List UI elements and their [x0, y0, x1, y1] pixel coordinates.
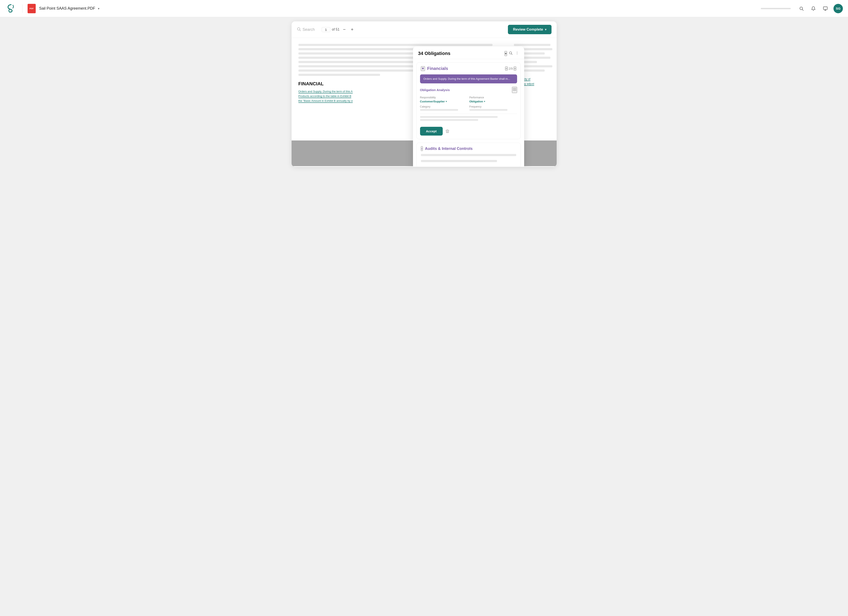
navbar: Sail Point SAAS Agreement.PDF ▾ S [0, 0, 848, 17]
nav-actions: SG [798, 4, 843, 13]
avatar-initials: SG [836, 7, 841, 10]
app-logo[interactable] [5, 3, 17, 15]
main-content: Search 1 of 51 − + Review Complete ▾ [0, 17, 848, 616]
review-complete-chevron-icon: ▾ [545, 28, 546, 31]
audits-placeholder-1 [421, 154, 516, 156]
analysis-field-category: Category [420, 105, 468, 111]
financials-page-text: 2/9 [509, 67, 513, 70]
review-complete-button[interactable]: Review Complete ▾ [508, 25, 551, 34]
extra-placeholder-1 [420, 116, 498, 118]
financials-next-button[interactable]: > [514, 67, 516, 71]
financials-section: ▼ Financials < 2/9 > Orders and Supply. … [417, 62, 521, 139]
svg-point-11 [517, 53, 517, 53]
document-title-chevron[interactable]: ▾ [98, 7, 99, 10]
pdf-search-icon [297, 27, 301, 32]
audits-section: › Audits & Internal Controls [417, 142, 521, 167]
analysis-separator [420, 114, 517, 114]
obligation-analysis-title: Obligation Analysis [420, 88, 450, 92]
pdf-body-highlight-1: Orders and Supply. During the term of th… [298, 90, 353, 94]
obligations-title: 34 Obligations [418, 50, 503, 56]
obligations-search-button[interactable] [509, 51, 513, 56]
pdf-search-label[interactable]: Search [303, 27, 315, 32]
performance-chevron-icon[interactable]: ▾ [484, 100, 485, 103]
search-button[interactable] [798, 5, 805, 12]
pdf-viewer-card: Search 1 of 51 − + Review Complete ▾ [292, 21, 557, 167]
file-type-icon [28, 4, 36, 13]
financials-header: ▼ Financials < 2/9 > [417, 63, 520, 74]
audits-placeholder-2 [421, 160, 497, 162]
obligations-header: 34 Obligations ▾ [413, 46, 524, 59]
svg-line-2 [802, 9, 804, 10]
pdf-body-highlight-3: the "Basic Amount in Exhibit B annually … [298, 99, 353, 103]
analysis-field-performance: Performance Obligation ▾ [469, 96, 517, 103]
pdf-search-area: Search [297, 27, 315, 32]
obligation-tag[interactable]: Orders and Supply. During the term of th… [420, 74, 517, 83]
obligations-more-button[interactable] [515, 51, 519, 56]
responsibility-label: Responsibility [420, 96, 468, 99]
pdf-content-area: FINANCIAL Orders and Supply. During the … [292, 38, 557, 166]
extra-placeholder-2 [420, 119, 478, 121]
nav-divider [22, 4, 22, 13]
audits-expand-button[interactable]: › [421, 146, 423, 151]
analysis-grid: Responsibility Customer/Supplier ▾ Perfo… [420, 96, 517, 111]
notifications-button[interactable] [809, 5, 817, 12]
responsibility-value-container: Customer/Supplier ▾ [420, 100, 468, 103]
pdf-page-total: of 51 [332, 28, 339, 31]
document-title[interactable]: Sail Point SAAS Agreement.PDF ▾ [39, 6, 758, 11]
obligation-analysis-list-button[interactable] [512, 87, 517, 93]
pdf-toolbar: Search 1 of 51 − + Review Complete ▾ [292, 21, 557, 38]
performance-value-container: Obligation ▾ [469, 100, 517, 103]
overlay-header-icons [509, 51, 519, 56]
pdf-placeholder-8 [298, 74, 380, 76]
obligation-analysis-header: Obligation Analysis [420, 87, 517, 93]
obligations-chevron-button[interactable]: ▾ [504, 51, 507, 56]
financials-prev-button[interactable]: < [505, 67, 508, 71]
category-placeholder [420, 109, 458, 111]
zoom-in-button[interactable]: + [349, 26, 355, 33]
pdf-body-highlight-2: Products according to the table in Exhib… [298, 95, 351, 98]
performance-value: Obligation [469, 100, 483, 103]
svg-line-7 [299, 30, 301, 31]
category-label: Category [420, 105, 468, 108]
svg-point-12 [517, 54, 517, 54]
review-complete-label: Review Complete [513, 27, 543, 32]
pdf-placeholder-1 [298, 44, 492, 46]
audits-placeholder-lines [421, 154, 516, 164]
frequency-placeholder [469, 109, 507, 111]
action-buttons: Accept [417, 124, 520, 139]
analysis-field-frequency: Frequency [469, 105, 517, 111]
pdf-page-indicator: 1 of 51 − + [322, 26, 355, 33]
progress-bar [761, 8, 791, 9]
pdf-page-number[interactable]: 1 [322, 27, 330, 32]
financials-expand-button[interactable]: ▼ [421, 66, 425, 71]
audits-header: › Audits & Internal Controls [421, 146, 516, 151]
pdf-right-placeholder-1 [514, 44, 550, 46]
zoom-out-button[interactable]: − [341, 26, 347, 33]
obligation-analysis: Obligation Analysis [417, 86, 520, 124]
audits-title: Audits & Internal Controls [425, 147, 473, 151]
frequency-label: Frequency [469, 105, 517, 108]
financials-pagination: < 2/9 > [505, 67, 516, 71]
performance-label: Performance [469, 96, 517, 99]
delete-button[interactable] [445, 129, 449, 134]
monitor-button[interactable] [821, 5, 829, 12]
document-title-text: Sail Point SAAS Agreement.PDF [39, 6, 95, 10]
responsibility-value: Customer/Supplier [420, 100, 445, 103]
financials-title: Financials [427, 66, 503, 71]
svg-point-10 [517, 52, 517, 52]
svg-line-9 [511, 53, 512, 55]
accept-button[interactable]: Accept [420, 127, 443, 135]
svg-rect-3 [823, 7, 827, 9]
responsibility-chevron-icon[interactable]: ▾ [446, 100, 447, 103]
analysis-field-responsibility: Responsibility Customer/Supplier ▾ [420, 96, 468, 103]
obligations-panel: 34 Obligations ▾ [413, 46, 524, 167]
pdf-placeholder-5 [298, 61, 421, 63]
user-avatar[interactable]: SG [833, 4, 843, 13]
